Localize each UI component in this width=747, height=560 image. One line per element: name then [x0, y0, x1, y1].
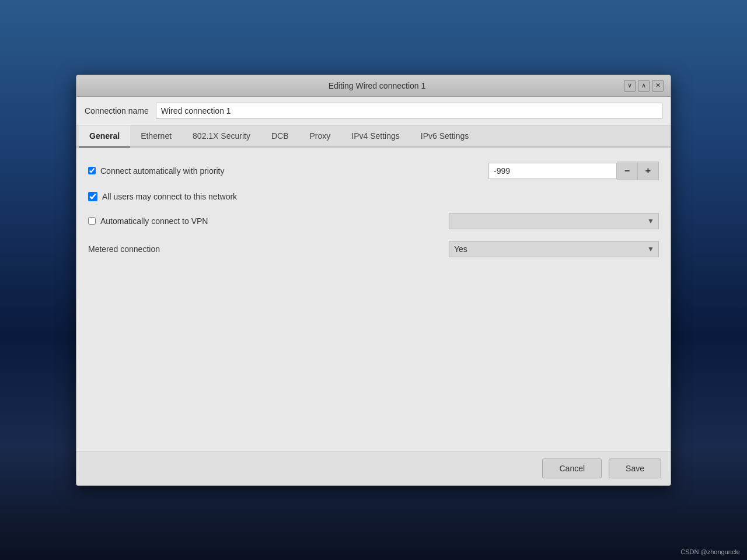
metered-label: Metered connection	[88, 244, 160, 254]
tabs-bar: General Ethernet 802.1X Security DCB Pro…	[76, 125, 671, 148]
auto-vpn-row: Automatically connect to VPN ▼	[88, 213, 659, 229]
connect-auto-label: Connect automatically with priority	[100, 166, 224, 176]
titlebar: Editing Wired connection 1 ∨ ∧ ✕	[76, 75, 671, 97]
tab-general[interactable]: General	[79, 125, 130, 148]
dialog: Editing Wired connection 1 ∨ ∧ ✕ Connect…	[76, 75, 671, 486]
tab-ipv6-settings[interactable]: IPv6 Settings	[410, 125, 480, 148]
connection-name-label: Connection name	[85, 106, 149, 116]
vpn-dropdown-wrapper: ▼	[449, 213, 659, 229]
auto-vpn-label: Automatically connect to VPN	[100, 216, 208, 226]
all-users-label: All users may connect to this network	[102, 192, 237, 201]
titlebar-controls: ∨ ∧ ✕	[624, 80, 664, 92]
all-users-checkbox[interactable]	[88, 192, 97, 201]
increment-button[interactable]: +	[638, 162, 659, 180]
tab-8021x-security[interactable]: 802.1X Security	[182, 125, 261, 148]
close-button[interactable]: ✕	[652, 80, 664, 92]
connection-name-row: Connection name	[76, 97, 671, 125]
connection-name-input[interactable]	[156, 103, 662, 119]
minimize-button[interactable]: ∨	[624, 80, 636, 92]
auto-vpn-checkbox[interactable]	[88, 217, 96, 225]
watermark: CSDN @zhonguncle	[680, 548, 740, 555]
save-button[interactable]: Save	[609, 459, 661, 478]
all-users-row: All users may connect to this network	[88, 192, 659, 201]
maximize-button[interactable]: ∧	[638, 80, 650, 92]
dialog-title: Editing Wired connection 1	[130, 81, 624, 90]
dialog-footer: Cancel Save	[76, 451, 671, 485]
tab-proxy[interactable]: Proxy	[299, 125, 341, 148]
tab-ipv4-settings[interactable]: IPv4 Settings	[341, 125, 410, 148]
connect-auto-checkbox[interactable]	[88, 167, 96, 174]
auto-vpn-left: Automatically connect to VPN	[88, 216, 208, 226]
tab-ethernet[interactable]: Ethernet	[130, 125, 182, 148]
connect-auto-row: Connect automatically with priority − +	[88, 162, 659, 180]
content-area: Connect automatically with priority − + …	[76, 148, 671, 451]
connect-auto-left: Connect automatically with priority	[88, 166, 224, 176]
metered-connection-row: Metered connection Yes No Automatic ▼	[88, 241, 659, 257]
tab-dcb[interactable]: DCB	[261, 125, 299, 148]
priority-controls: − +	[488, 162, 659, 180]
vpn-dropdown[interactable]	[449, 213, 659, 229]
priority-input[interactable]	[488, 163, 617, 179]
cancel-button[interactable]: Cancel	[542, 459, 602, 478]
decrement-button[interactable]: −	[617, 162, 638, 180]
metered-dropdown-wrapper: Yes No Automatic ▼	[449, 241, 659, 257]
metered-dropdown[interactable]: Yes No Automatic	[449, 241, 659, 257]
